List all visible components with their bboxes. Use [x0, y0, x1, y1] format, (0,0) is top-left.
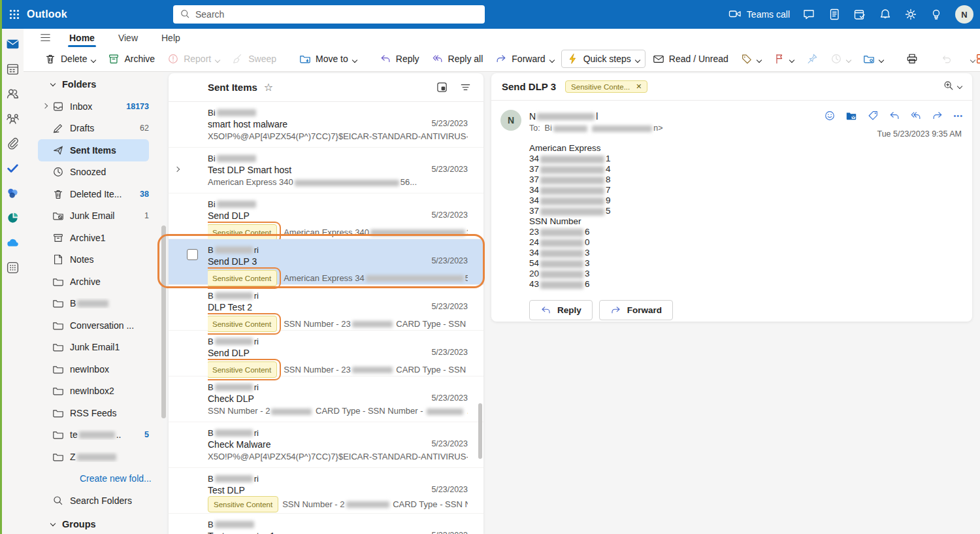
dismiss-badge-icon[interactable]: ✕	[636, 82, 642, 91]
reply-button[interactable]: Reply	[374, 50, 425, 68]
rail-onedrive-icon[interactable]	[5, 235, 22, 250]
expand-folder-icon[interactable]	[38, 105, 52, 108]
filter-icon[interactable]	[459, 81, 472, 93]
pin-button[interactable]	[801, 50, 823, 68]
email-sender: Bi	[208, 153, 468, 164]
tab-home[interactable]: Home	[68, 31, 96, 45]
read-unread-button[interactable]: Read / Unread	[647, 50, 734, 68]
folder-item-junk-email1[interactable]: Junk Email1	[38, 337, 153, 359]
email-list-item[interactable]: BriTest DLP5/23/2023Sensitive ContentSSN…	[169, 468, 483, 514]
folder-pane-scrollbar[interactable]	[161, 225, 166, 418]
forward-button[interactable]: Forward	[599, 300, 673, 320]
folder-item-deleted-ite-[interactable]: Deleted Ite...38	[38, 183, 153, 205]
reply-all-button[interactable]: Reply all	[427, 50, 489, 68]
reply-all-icon[interactable]	[910, 110, 922, 122]
tag-icon[interactable]	[867, 110, 879, 122]
rail-bookings-icon[interactable]	[5, 210, 22, 225]
folder-item-z[interactable]: Z	[38, 446, 153, 468]
categorize-button[interactable]	[736, 50, 766, 68]
create-new-folder-link[interactable]: Create new fold...	[38, 468, 163, 490]
chevron-down-icon	[353, 54, 357, 64]
move-folder-icon[interactable]	[845, 110, 857, 122]
forward-label: Forward	[512, 54, 545, 64]
teams-call-button[interactable]: Teams call	[728, 7, 790, 22]
message-list-scrollbar[interactable]	[478, 403, 482, 459]
folder-item-junk-email[interactable]: Junk Email1	[38, 205, 153, 227]
emoji-icon[interactable]	[824, 110, 836, 122]
email-checkbox[interactable]	[187, 249, 198, 260]
groups-section-header[interactable]: Groups	[24, 512, 163, 534]
forward-icon[interactable]	[932, 110, 943, 122]
folder-label: Deleted Ite...	[70, 189, 140, 199]
search-folders-item[interactable]: Search Folders	[38, 490, 153, 512]
folder-item-archive[interactable]: Archive	[38, 271, 153, 293]
search-input[interactable]: Search	[173, 5, 485, 24]
chat-icon[interactable]	[802, 8, 815, 21]
tab-help[interactable]: Help	[160, 31, 182, 45]
email-list-item[interactable]: BriCheck Malware5/23/2023X5O!P%@AP[4\PZX…	[169, 422, 483, 468]
email-date: 5/23/2023	[431, 348, 468, 357]
favorite-star-icon[interactable]: ☆	[264, 81, 273, 93]
rail-people-icon[interactable]	[5, 86, 22, 101]
rail-todo-icon[interactable]	[5, 160, 22, 176]
email-list-item[interactable]: Bismart host malware5/23/2023X5O!P%@AP[4…	[169, 102, 483, 148]
move-to-button[interactable]: Move to	[294, 50, 362, 68]
more-icon[interactable]: •••	[953, 112, 963, 119]
rules-button[interactable]	[858, 50, 889, 68]
zoom-control[interactable]	[943, 80, 962, 94]
gear-icon[interactable]	[904, 8, 917, 21]
rail-calendar-icon[interactable]	[5, 61, 22, 76]
rail-more-apps-icon[interactable]	[5, 259, 22, 275]
rail-groups-icon[interactable]	[5, 110, 22, 126]
email-list-item[interactable]: BriCheck DLP5/23/2023SSN Number - 2 CARD…	[169, 376, 483, 422]
archive-button[interactable]: Archive	[103, 50, 160, 68]
app-launcher-button[interactable]	[2, 0, 27, 29]
email-list-item[interactable]: BTest connector 15/23/2023	[169, 514, 483, 534]
ribbon-hamburger-button[interactable]	[37, 31, 54, 44]
folders-section-header[interactable]: Folders	[24, 72, 163, 95]
folder-item-newinbox[interactable]: newInbox	[38, 358, 153, 380]
expand-conversation-icon[interactable]	[175, 162, 179, 174]
reply-icon[interactable]	[889, 110, 900, 122]
folder-item-archive1[interactable]: Archive1	[38, 227, 153, 249]
email-list-item[interactable]: BriDLP Test 25/23/2023Sensitive ContentS…	[169, 285, 483, 331]
reply-button[interactable]: Reply	[529, 300, 593, 320]
email-list-item[interactable]: BriSend DLP 35/23/2023Sensitive ContentA…	[169, 239, 483, 285]
folder-item-sent-items[interactable]: Sent Items	[38, 139, 149, 161]
redacted-text	[215, 246, 253, 254]
forward-icon	[495, 53, 507, 65]
folder-item-snoozed[interactable]: Snoozed	[38, 161, 153, 184]
quick-steps-label: Quick steps	[583, 54, 631, 64]
select-messages-icon[interactable]	[436, 81, 448, 93]
folder-item-conversation-[interactable]: Conversation ...	[38, 314, 153, 337]
lightbulb-icon[interactable]	[930, 8, 943, 21]
calendar-check-icon[interactable]	[853, 8, 866, 21]
folder-item-te[interactable]: te..5	[38, 424, 153, 446]
folder-label: Sent Items	[70, 145, 145, 156]
email-list-item[interactable]: BriSend DLP5/23/2023Sensitive ContentSSN…	[169, 331, 483, 376]
contact-book-icon[interactable]	[828, 8, 841, 21]
flag-button[interactable]	[768, 50, 799, 68]
quick-steps-button[interactable]: Quick steps	[561, 50, 645, 68]
collapse-ribbon-button[interactable]	[971, 53, 975, 65]
email-list-item[interactable]: BiSend DLP5/23/2023Sensitive ContentAmer…	[169, 193, 483, 239]
email-list-item[interactable]: BiTest DLP Smart host5/23/2023American E…	[169, 148, 483, 193]
email-date: 5/23/2023	[431, 302, 468, 311]
folder-item-b[interactable]: B	[38, 293, 153, 315]
account-avatar[interactable]: N	[955, 5, 973, 24]
redacted-text	[553, 125, 587, 132]
delete-button[interactable]: Delete	[39, 50, 101, 68]
folder-item-newinbox2[interactable]: newInbox2	[38, 380, 153, 403]
rail-mail-icon[interactable]	[5, 36, 22, 52]
forward-button[interactable]: Forward	[490, 50, 559, 68]
rail-files-icon[interactable]	[5, 135, 22, 151]
folder-item-drafts[interactable]: Drafts62	[38, 118, 153, 140]
folder-item-inbox[interactable]: Inbox18173	[38, 95, 153, 118]
bell-icon[interactable]	[879, 8, 892, 21]
tab-view[interactable]: View	[117, 31, 139, 45]
rail-m365-apps-icon[interactable]	[5, 185, 22, 201]
folder-item-notes[interactable]: Notes	[38, 249, 153, 271]
print-button[interactable]	[901, 50, 923, 68]
folder-item-rss-feeds[interactable]: RSS Feeds	[38, 402, 153, 424]
undo-icon	[941, 53, 953, 65]
